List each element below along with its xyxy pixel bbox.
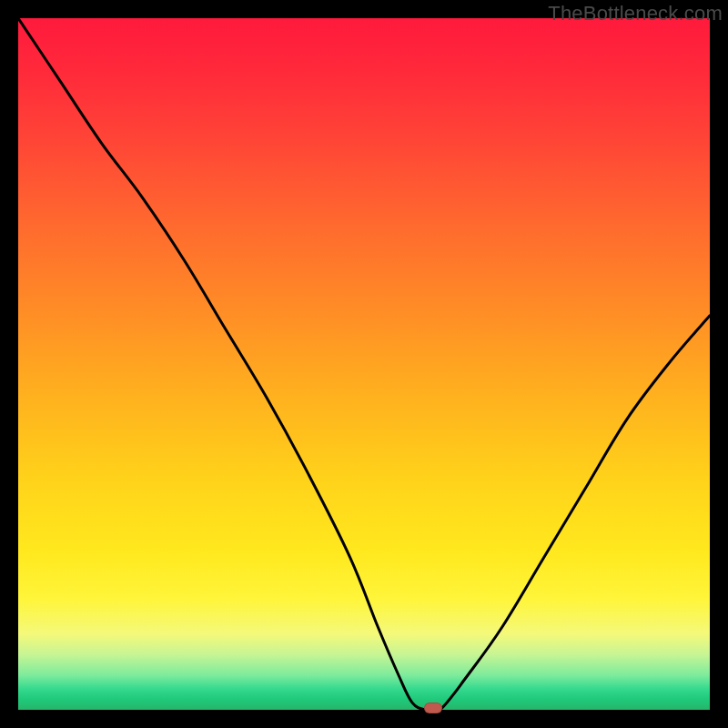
plot-area xyxy=(18,18,710,710)
watermark-text: TheBottleneck.com xyxy=(548,2,723,25)
chart-frame: TheBottleneck.com xyxy=(0,0,728,728)
optimal-point-marker xyxy=(424,703,442,713)
